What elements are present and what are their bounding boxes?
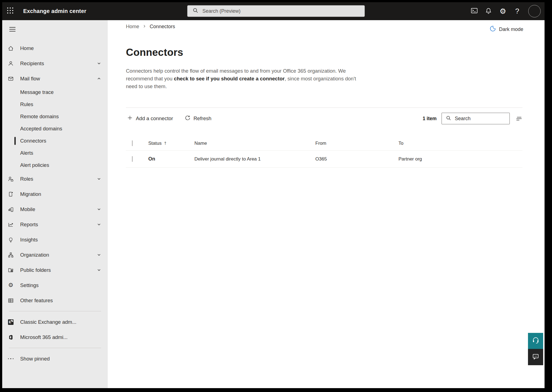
connectors-table: Status ↑ Name From To On Deliver journal… <box>126 136 522 168</box>
sidebar-item-accepted-domains[interactable]: Accepted domains <box>2 123 108 135</box>
sidebar-item-mobile[interactable]: Mobile <box>2 202 108 217</box>
sidebar-item-remote-domains[interactable]: Remote domains <box>2 111 108 123</box>
global-search-input[interactable] <box>202 8 365 14</box>
person-icon <box>8 60 14 67</box>
chevron-down-icon <box>97 253 101 257</box>
gear-icon: ⚙ <box>8 282 14 288</box>
ellipsis-icon <box>8 356 14 362</box>
filter-button[interactable] <box>515 115 522 122</box>
sidebar-item-alerts[interactable]: Alerts <box>2 147 108 159</box>
topbar-actions: ⚙ ? <box>467 2 543 20</box>
headset-icon <box>532 336 540 345</box>
account-avatar[interactable] <box>528 5 541 17</box>
main-content: Home Connectors Dark mode Connectors Con… <box>108 20 545 388</box>
org-chart-icon <box>8 252 14 258</box>
chevron-down-icon <box>97 207 101 211</box>
row-from: O365 <box>315 156 398 162</box>
sidebar-item-other-features[interactable]: Other features <box>2 293 108 308</box>
breadcrumb-home-link[interactable]: Home <box>126 24 139 30</box>
app-launcher-icon[interactable] <box>7 7 15 15</box>
sidebar-item-classic-exchange-admin[interactable]: E Classic Exchange adm... <box>2 314 108 330</box>
table-row[interactable]: On Deliver journal directly to Area 1 O3… <box>126 151 522 168</box>
row-checkbox[interactable] <box>132 156 133 162</box>
breadcrumb-current: Connectors <box>150 24 175 30</box>
column-header-from[interactable]: From <box>315 141 398 146</box>
sidebar-item-reports[interactable]: Reports <box>2 217 108 232</box>
row-name-link[interactable]: Deliver journal directly to Area 1 <box>194 156 315 162</box>
lightbulb-icon <box>8 237 14 243</box>
moon-icon <box>489 25 496 33</box>
chevron-down-icon <box>97 268 101 272</box>
section-divider <box>126 107 522 108</box>
hamburger-menu-button[interactable] <box>8 25 16 34</box>
notifications-button[interactable] <box>481 2 496 20</box>
sidebar-item-home[interactable]: Home <box>2 41 108 56</box>
sort-ascending-icon: ↑ <box>163 141 167 146</box>
add-connector-button[interactable]: Add a connector <box>126 113 174 124</box>
column-header-to[interactable]: To <box>398 141 522 146</box>
dark-mode-toggle[interactable]: Dark mode <box>489 25 523 33</box>
topbar: Exchange admin center <box>2 2 545 20</box>
sidebar-item-mail-flow[interactable]: Mail flow <box>2 71 108 86</box>
mobile-chart-icon <box>8 206 14 212</box>
classic-exchange-logo-icon: E <box>8 319 14 325</box>
sidebar-item-microsoft-365-admin[interactable]: Microsoft 365 admi... <box>2 330 108 345</box>
sidebar-divider <box>9 311 101 311</box>
sidebar-item-message-trace[interactable]: Message trace <box>2 86 108 98</box>
plus-icon <box>127 115 133 122</box>
settings-button[interactable]: ⚙ <box>496 2 510 20</box>
gear-icon: ⚙ <box>500 7 506 15</box>
column-header-status[interactable]: Status ↑ <box>148 141 194 146</box>
help-icon: ? <box>515 7 519 15</box>
page-description: Connectors help control the flow of emai… <box>126 67 361 90</box>
row-to: Partner org <box>398 156 522 162</box>
exchange-admin-window: Exchange admin center <box>2 2 545 388</box>
chevron-down-icon <box>97 177 101 181</box>
document-arrow-icon <box>8 191 14 197</box>
line-chart-icon <box>8 222 14 228</box>
powershell-button[interactable] <box>467 2 481 20</box>
sidebar-item-insights[interactable]: Insights <box>2 232 108 247</box>
search-icon <box>446 115 451 122</box>
chevron-down-icon <box>97 222 101 227</box>
sidebar-item-connectors[interactable]: Connectors <box>2 135 108 147</box>
feedback-button[interactable] <box>528 349 543 365</box>
sidebar-item-public-folders[interactable]: Public folders <box>2 262 108 278</box>
bell-icon <box>485 7 492 15</box>
table-grid-icon <box>8 298 14 304</box>
breadcrumb: Home Connectors <box>126 24 175 30</box>
sidebar-item-organization[interactable]: Organization <box>2 247 108 262</box>
sidebar-nav: Home Recipients Mail flow <box>2 20 108 388</box>
sidebar-divider <box>9 348 101 348</box>
sidebar-item-recipients[interactable]: Recipients <box>2 56 108 71</box>
help-button[interactable]: ? <box>510 2 524 20</box>
column-header-name[interactable]: Name <box>194 141 315 146</box>
sidebar-item-roles[interactable]: Roles <box>2 171 108 186</box>
table-header-row: Status ↑ Name From To <box>126 136 522 151</box>
select-all-checkbox[interactable] <box>132 140 133 146</box>
dark-mode-label: Dark mode <box>499 27 523 32</box>
sidebar-item-settings[interactable]: ⚙ Settings <box>2 278 108 293</box>
app-title: Exchange admin center <box>23 2 86 20</box>
filter-icon <box>515 115 522 122</box>
support-button[interactable] <box>528 333 543 349</box>
page-title: Connectors <box>126 47 183 58</box>
sidebar-item-alert-policies[interactable]: Alert policies <box>2 159 108 171</box>
chevron-right-icon <box>142 24 146 30</box>
search-icon <box>192 7 199 15</box>
home-icon <box>8 45 14 51</box>
sidebar-item-migration[interactable]: Migration <box>2 186 108 202</box>
global-search[interactable] <box>187 5 365 17</box>
list-search[interactable] <box>442 113 510 124</box>
item-count: 1 item <box>422 116 437 122</box>
sidebar-item-rules[interactable]: Rules <box>2 98 108 111</box>
chevron-up-icon <box>97 77 101 81</box>
sidebar-item-show-pinned[interactable]: Show pinned <box>2 351 108 366</box>
chat-bubble-icon <box>532 353 539 361</box>
refresh-button[interactable]: Refresh <box>184 113 213 124</box>
create-connector-check-link[interactable]: check to see if you should create a conn… <box>174 76 285 81</box>
list-search-input[interactable] <box>455 116 509 122</box>
floating-buttons <box>528 333 543 365</box>
person-briefcase-icon <box>8 176 14 182</box>
chevron-down-icon <box>97 61 101 65</box>
